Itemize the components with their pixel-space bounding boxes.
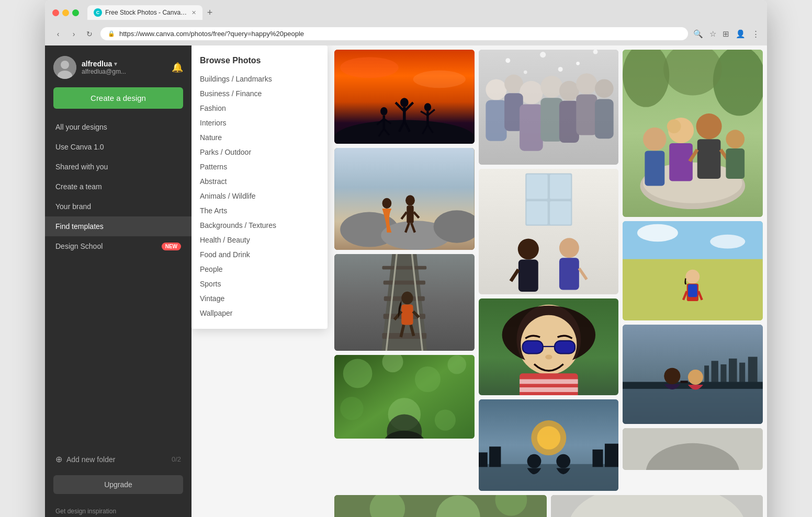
svg-rect-86 bbox=[526, 175, 547, 199]
back-button[interactable]: ‹ bbox=[52, 28, 64, 40]
browse-item-parks[interactable]: Parks / Outdoor bbox=[200, 145, 328, 159]
browse-item-sports[interactable]: Sports bbox=[200, 277, 328, 291]
forward-button[interactable]: › bbox=[68, 28, 80, 40]
svg-rect-48 bbox=[401, 304, 413, 325]
browse-item-vintage[interactable]: Vintage bbox=[200, 291, 328, 306]
svg-point-138 bbox=[710, 235, 746, 249]
photo-column-3 bbox=[623, 50, 763, 491]
svg-rect-77 bbox=[595, 99, 614, 139]
new-tab-button[interactable]: + bbox=[202, 5, 217, 20]
browse-item-buildings[interactable]: Buildings / Landmarks bbox=[200, 72, 328, 86]
svg-rect-142 bbox=[688, 284, 697, 297]
svg-rect-110 bbox=[479, 464, 619, 491]
new-badge: NEW bbox=[162, 243, 181, 250]
sidebar-item-canva-1[interactable]: Use Canva 1.0 bbox=[45, 137, 191, 157]
browser-tab[interactable]: C Free Stock Photos - Canva – C... ✕ bbox=[87, 5, 202, 20]
browse-item-backgrounds[interactable]: Backgrounds / Textures bbox=[200, 218, 328, 233]
browser-actions: 🔍 ☆ ⊞ 👤 ⋮ bbox=[693, 29, 760, 39]
svg-rect-116 bbox=[605, 444, 619, 467]
dropdown-icon[interactable]: ▾ bbox=[114, 61, 117, 67]
svg-rect-75 bbox=[559, 101, 579, 143]
url-bar[interactable]: 🔒 https://www.canva.com/photos/free/?que… bbox=[100, 27, 688, 40]
search-icon[interactable]: 🔍 bbox=[693, 29, 703, 39]
svg-point-80 bbox=[576, 62, 580, 65]
user-info: alfredlua ▾ alfredlua@gm... bbox=[82, 60, 166, 75]
photo-card[interactable] bbox=[479, 399, 619, 491]
browse-item-arts[interactable]: The Arts bbox=[200, 203, 328, 218]
plus-icon: ⊕ bbox=[55, 454, 62, 464]
browse-item-health[interactable]: Health / Beauty bbox=[200, 233, 328, 247]
svg-point-19 bbox=[424, 103, 431, 111]
photo-card[interactable] bbox=[551, 495, 763, 517]
tab-favicon: C bbox=[94, 8, 102, 17]
svg-point-68 bbox=[559, 81, 579, 101]
svg-point-127 bbox=[667, 119, 681, 133]
svg-rect-150 bbox=[729, 359, 737, 383]
svg-point-111 bbox=[527, 454, 541, 468]
svg-rect-106 bbox=[520, 387, 578, 392]
browse-item-nature[interactable]: Nature bbox=[200, 130, 328, 145]
browse-item-wallpaper[interactable]: Wallpaper bbox=[200, 306, 328, 320]
sidebar-item-find-templates[interactable]: Find templates bbox=[45, 216, 191, 236]
address-bar: ‹ › ↻ 🔒 https://www.canva.com/photos/fre… bbox=[45, 24, 767, 45]
photo-card[interactable] bbox=[479, 169, 619, 294]
svg-point-32 bbox=[405, 195, 415, 205]
notification-bell-icon[interactable]: 🔔 bbox=[172, 62, 183, 73]
create-design-button[interactable]: Create a design bbox=[53, 87, 183, 109]
title-bar: C Free Stock Photos - Canva – C... ✕ + bbox=[45, 0, 767, 24]
photo-card[interactable] bbox=[623, 325, 763, 424]
browse-item-interiors[interactable]: Interiors bbox=[200, 116, 328, 130]
sidebar-item-all-designs[interactable]: All your designs bbox=[45, 117, 191, 137]
photo-card[interactable] bbox=[623, 428, 763, 470]
svg-point-79 bbox=[540, 52, 546, 58]
photo-card[interactable] bbox=[334, 495, 547, 517]
photo-row-bottom bbox=[191, 495, 767, 517]
browse-item-animals[interactable]: Animals / Wildlife bbox=[200, 189, 328, 203]
sidebar-item-create-team[interactable]: Create a team bbox=[45, 177, 191, 197]
browse-item-patterns[interactable]: Patterns bbox=[200, 159, 328, 174]
photo-card[interactable] bbox=[334, 148, 475, 250]
browse-item-business[interactable]: Business / Finance bbox=[200, 86, 328, 101]
upgrade-button[interactable]: Upgrade bbox=[53, 475, 183, 494]
svg-rect-147 bbox=[704, 365, 709, 383]
refresh-button[interactable]: ↻ bbox=[84, 28, 95, 40]
sidebar-item-shared[interactable]: Shared with you bbox=[45, 157, 191, 177]
svg-rect-41 bbox=[384, 281, 425, 285]
svg-point-83 bbox=[558, 67, 562, 72]
user-profile-icon[interactable]: 👤 bbox=[736, 29, 746, 39]
browser-chrome: C Free Stock Photos - Canva – C... ✕ + ‹… bbox=[45, 0, 767, 45]
photo-card[interactable] bbox=[334, 355, 475, 439]
folder-label: Add new folder bbox=[66, 455, 115, 464]
tab-bar: C Free Stock Photos - Canva – C... ✕ + bbox=[87, 5, 217, 20]
svg-point-69 bbox=[576, 73, 597, 94]
browse-item-people[interactable]: People bbox=[200, 262, 328, 277]
layers-icon[interactable]: ⊞ bbox=[723, 29, 729, 39]
svg-point-13 bbox=[400, 98, 409, 107]
add-folder-item[interactable]: ⊕ Add new folder 0/2 bbox=[45, 449, 191, 470]
svg-rect-151 bbox=[739, 363, 745, 383]
maximize-button[interactable] bbox=[72, 9, 79, 16]
tab-close-icon[interactable]: ✕ bbox=[191, 9, 196, 16]
menu-icon[interactable]: ⋮ bbox=[752, 29, 760, 39]
photo-card[interactable] bbox=[334, 254, 475, 351]
svg-point-81 bbox=[593, 50, 597, 54]
svg-rect-146 bbox=[623, 383, 763, 424]
svg-point-64 bbox=[486, 79, 506, 100]
close-button[interactable] bbox=[52, 9, 59, 16]
avatar bbox=[53, 56, 76, 79]
bookmark-icon[interactable]: ☆ bbox=[709, 29, 716, 39]
sidebar-item-your-brand[interactable]: Your brand bbox=[45, 197, 191, 216]
sidebar-item-design-school[interactable]: Design School NEW bbox=[45, 236, 191, 256]
svg-rect-149 bbox=[721, 364, 727, 383]
browse-item-fashion[interactable]: Fashion bbox=[200, 101, 328, 116]
svg-point-47 bbox=[401, 292, 413, 305]
photo-card[interactable] bbox=[479, 50, 619, 165]
browse-item-food[interactable]: Food and Drink bbox=[200, 247, 328, 262]
browse-item-abstract[interactable]: Abstract bbox=[200, 174, 328, 189]
photo-card[interactable] bbox=[623, 221, 763, 320]
photo-card[interactable] bbox=[479, 298, 619, 395]
svg-point-67 bbox=[540, 76, 562, 98]
minimize-button[interactable] bbox=[62, 9, 69, 16]
photo-card[interactable] bbox=[334, 50, 475, 144]
photo-card[interactable] bbox=[623, 50, 763, 217]
